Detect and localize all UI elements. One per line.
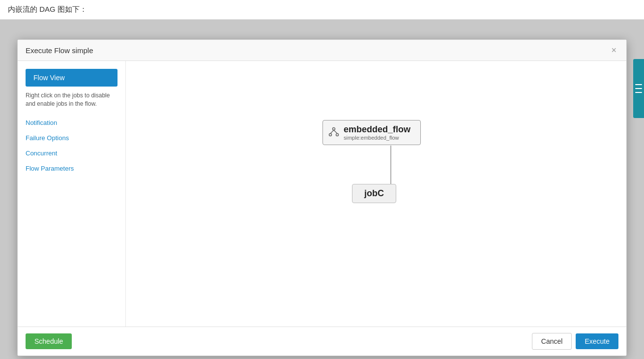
embedded-node-title: embedded_flow — [344, 124, 410, 135]
modal-title: Execute Flow simple — [26, 46, 93, 55]
nav-notification[interactable]: Notification — [26, 115, 117, 130]
dag-node-embedded-flow[interactable]: embedded_flow simple:embedded_flow — [322, 120, 421, 145]
dag-connector-line — [390, 146, 391, 184]
main-panel: embedded_flow simple:embedded_flow jobC — [126, 61, 626, 327]
svg-point-0 — [333, 127, 335, 130]
svg-line-4 — [334, 130, 337, 133]
right-sidebar — [633, 59, 644, 118]
nav-concurrent[interactable]: Concurrent — [26, 146, 117, 161]
intro-text: 内嵌流的 DAG 图如下： — [8, 5, 87, 13]
modal-body: Flow View Right click on the jobs to dis… — [18, 61, 626, 327]
right-click-hint: Right click on the jobs to disable and e… — [26, 91, 117, 108]
dag-node-jobc[interactable]: jobC — [352, 184, 396, 203]
flow-view-button[interactable]: Flow View — [26, 69, 117, 87]
flow-tree-icon — [328, 127, 340, 139]
modal-header: Execute Flow simple × — [18, 40, 626, 61]
modal-dialog: Execute Flow simple × Flow View Right cl… — [17, 39, 627, 356]
svg-line-3 — [330, 130, 334, 133]
execute-button[interactable]: Execute — [576, 333, 618, 349]
nav-failure-options[interactable]: Failure Options — [26, 130, 117, 146]
embedded-node-subtitle: simple:embedded_flow — [344, 135, 410, 141]
page-header: 内嵌流的 DAG 图如下： — [0, 0, 644, 20]
dag-area: embedded_flow simple:embedded_flow jobC — [136, 71, 616, 317]
schedule-button[interactable]: Schedule — [26, 333, 72, 349]
footer-right-buttons: Cancel Execute — [532, 333, 618, 350]
modal-close-button[interactable]: × — [609, 46, 618, 55]
svg-point-1 — [329, 133, 332, 136]
svg-point-2 — [336, 133, 339, 136]
left-panel: Flow View Right click on the jobs to dis… — [18, 61, 126, 327]
modal-footer: Schedule Cancel Execute — [18, 327, 626, 356]
cancel-button[interactable]: Cancel — [532, 333, 572, 350]
nav-flow-parameters[interactable]: Flow Parameters — [26, 161, 117, 176]
